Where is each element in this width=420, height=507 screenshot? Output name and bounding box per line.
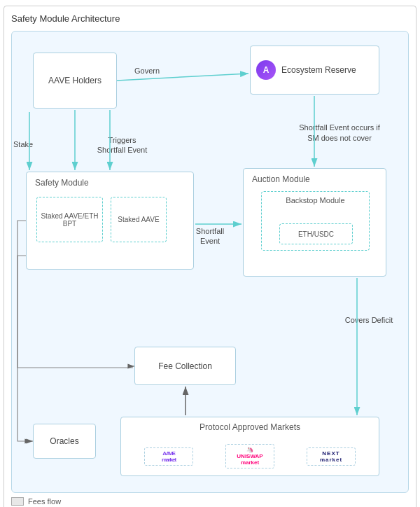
- aave-market-name: AAVE: [149, 450, 188, 457]
- govern-label: Govern: [134, 67, 160, 75]
- aave-market-sub: market: [149, 457, 188, 463]
- legend-label: Fees flow: [28, 497, 61, 506]
- fee-collection-label: Fee Collection: [158, 361, 212, 371]
- staked-aave-eth-box: Staked AAVE/ETH BPT: [36, 197, 103, 242]
- backstop-module-label: Backstop Module: [262, 196, 369, 204]
- triggers-shortfall-label: Triggers Shortfall Event: [96, 135, 148, 155]
- aave-holders-label: AAVE Holders: [48, 76, 102, 85]
- legend: Fees flow: [11, 497, 409, 506]
- aave-market-box: AAVE market: [144, 447, 193, 466]
- eth-usdc-box: ETH/USDC: [279, 223, 353, 244]
- auction-module-box: Auction Module Backstop Module ETH/USDC: [243, 168, 386, 277]
- diagram-title: Safety Module Architecture: [11, 13, 409, 24]
- staked-aave-eth-label: Staked AAVE/ETH BPT: [37, 212, 102, 228]
- safety-module-box: Safety Module Staked AAVE/ETH BPT Staked…: [26, 172, 194, 270]
- diagram-area: AAVE Holders A Ecosystem Reserve Safety …: [11, 31, 409, 493]
- auction-module-label: Auction Module: [252, 174, 310, 184]
- next-market-logo: NEXT market: [312, 450, 351, 463]
- ecosystem-reserve-label: Ecosystem Reserve: [281, 65, 356, 75]
- ecosystem-logo: A: [256, 60, 276, 80]
- stake-label: Stake: [13, 140, 33, 148]
- uniswap-market-name: UNISWAP: [230, 453, 270, 459]
- covers-deficit-label: Covers Deficit: [344, 315, 393, 325]
- diagram-wrapper: Safety Module Architecture AAVE Holders …: [4, 6, 416, 507]
- shortfall-event-arrow-label: Shortfall Event: [186, 226, 234, 246]
- uni-prefix: 🦄: [230, 447, 270, 453]
- uniswap-market-logo: 🦄 UNISWAP market: [230, 447, 270, 466]
- market-logos: AAVE market 🦄 UNISWAP market NEXT market: [128, 444, 372, 468]
- staked-aave-box: Staked AAVE: [111, 197, 167, 242]
- next-market-box: NEXT market: [307, 447, 356, 466]
- protocol-markets-label: Protocol Approved Markets: [121, 422, 379, 432]
- oracles-box: Oracles: [33, 424, 96, 459]
- legend-box: [11, 497, 24, 506]
- eth-usdc-label: ETH/USDC: [298, 230, 334, 238]
- uniswap-market-sub: market: [230, 459, 270, 466]
- protocol-markets-box: Protocol Approved Markets AAVE market 🦄 …: [120, 417, 379, 476]
- next-market-name: NEXT: [312, 450, 351, 457]
- backstop-module-box: Backstop Module ETH/USDC: [261, 191, 370, 251]
- uniswap-market-box: 🦄 UNISWAP market: [225, 444, 274, 468]
- aave-holders-box: AAVE Holders: [33, 53, 117, 109]
- next-market-sub: market: [312, 457, 351, 463]
- staked-aave-label: Staked AAVE: [118, 216, 159, 223]
- shortfall-event-right-label: Shortfall Event occurs if SM does not co…: [298, 123, 382, 144]
- fee-collection-box: Fee Collection: [134, 347, 236, 385]
- safety-module-label: Safety Module: [35, 178, 89, 188]
- ecosystem-reserve-box: A Ecosystem Reserve: [250, 46, 379, 95]
- aave-market-logo: AAVE market: [149, 450, 188, 463]
- oracles-label: Oracles: [50, 436, 78, 446]
